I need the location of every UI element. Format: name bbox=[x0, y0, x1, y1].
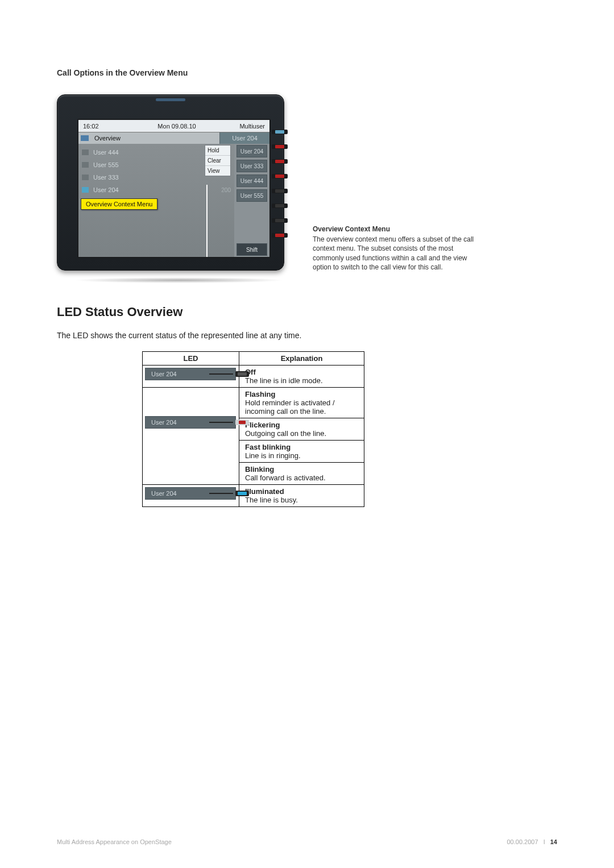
table-cell: Fast blinking Line is in ringing. bbox=[239, 441, 364, 463]
line-key[interactable]: User 204 bbox=[237, 145, 267, 157]
footer-date: 00.00.2007 bbox=[507, 838, 538, 845]
led-strip bbox=[272, 130, 275, 238]
annotation-body: The overview context menu offers a subse… bbox=[313, 235, 483, 272]
led-illustration-flashing: User 204 bbox=[145, 416, 236, 429]
footer-title: Multi Address Appearance on OpenStage bbox=[57, 838, 172, 845]
overview-icon bbox=[81, 135, 89, 141]
led-illustration-off: User 204 bbox=[145, 368, 236, 380]
led-status-table: LED Explanation User 204 Off The line is… bbox=[142, 351, 364, 507]
phone-screenshot: 16:02 Mon 09.08.10 Multiuser Overview Us… bbox=[57, 94, 296, 282]
shift-key[interactable]: Shift bbox=[237, 243, 267, 256]
status-time: 16:02 bbox=[78, 123, 135, 130]
line-key[interactable]: User 555 bbox=[237, 189, 267, 202]
table-head-led: LED bbox=[143, 352, 239, 366]
figure-title: Call Options in the Overview Menu bbox=[57, 68, 557, 77]
led-illustration-on: User 204 bbox=[145, 487, 236, 500]
table-cell: Blinking Call forward is activated. bbox=[239, 463, 364, 485]
line-key[interactable]: User 444 bbox=[237, 175, 267, 187]
context-menu-item[interactable]: View bbox=[205, 166, 230, 176]
list-item[interactable]: User 204200 bbox=[82, 184, 231, 196]
table-head-explanation: Explanation bbox=[239, 352, 364, 366]
overview-label: Overview bbox=[94, 135, 121, 142]
status-mode: Multiuser bbox=[218, 123, 269, 130]
table-cell: Off The line is in idle mode. bbox=[239, 366, 364, 388]
overview-context-menu[interactable]: Hold Clear View bbox=[205, 145, 231, 176]
context-menu-item[interactable]: Hold bbox=[205, 146, 230, 156]
annotation-title: Overview Context Menu bbox=[313, 225, 483, 234]
section-heading: LED Status Overview bbox=[57, 305, 557, 319]
section-lead: The LED shows the current status of the … bbox=[57, 331, 557, 340]
active-tab[interactable]: User 204 bbox=[219, 132, 269, 144]
line-key[interactable]: User 333 bbox=[237, 160, 267, 172]
annotation-text: Overview Context Menu The overview conte… bbox=[313, 225, 483, 272]
table-cell: Flickering Outgoing call on the line. bbox=[239, 418, 364, 441]
page-footer: Multi Address Appearance on OpenStage 00… bbox=[57, 838, 557, 845]
status-date: Mon 09.08.10 bbox=[135, 123, 218, 130]
annotation-callout: Overview Context Menu bbox=[81, 198, 157, 210]
table-cell: Flashing Hold reminder is activated / in… bbox=[239, 388, 364, 418]
context-menu-item[interactable]: Clear bbox=[205, 156, 230, 166]
table-cell: Illuminated The line is busy. bbox=[239, 485, 364, 507]
footer-page-number: 14 bbox=[550, 838, 557, 845]
